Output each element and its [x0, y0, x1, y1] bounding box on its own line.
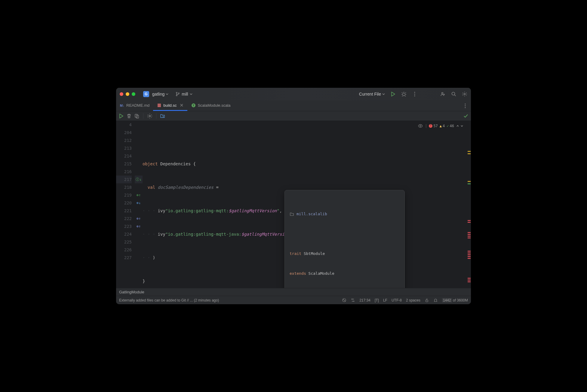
duplicate-icon[interactable] [134, 113, 140, 119]
status-bar: Externally added files can be added to G… [116, 296, 471, 304]
tab-readme[interactable]: M↓ README.md [116, 100, 153, 111]
prev-problem-icon[interactable] [456, 124, 459, 128]
svg-point-20 [149, 115, 151, 117]
stripe-error-mark[interactable] [468, 280, 471, 280]
line-number: 218 [116, 183, 132, 191]
stripe-error-mark[interactable] [468, 258, 471, 259]
stripe-error-mark[interactable] [468, 220, 471, 221]
tab-scalamodule[interactable]: T ScalaModule.scala [187, 100, 234, 111]
maximize-window-button[interactable] [132, 92, 135, 96]
line-number: 204 [116, 129, 132, 136]
line-number: 213 [116, 144, 132, 152]
presentation-off-icon[interactable] [342, 298, 346, 302]
run-config-selector[interactable]: Current File [359, 92, 385, 96]
tab-label: README.md [126, 103, 149, 108]
override-down-marker-icon[interactable]: ⊚↓ [137, 201, 141, 205]
file-encoding[interactable]: UTF-8 [392, 298, 402, 302]
titlebar: G gatling mill Current File [116, 88, 471, 100]
stripe-error-mark[interactable] [468, 232, 471, 233]
tab-label: ScalaModule.scala [198, 103, 230, 108]
inspection-summary[interactable]: | !57 ▲4 ✓46 [418, 122, 464, 130]
tabs-menu[interactable] [459, 100, 471, 111]
project-name: gatling [152, 92, 164, 96]
chevron-down-icon [166, 93, 168, 95]
line-number: 225 [116, 238, 132, 246]
project-selector[interactable]: gatling [152, 92, 168, 96]
indent-setting[interactable]: 2 spaces [406, 298, 420, 302]
editor-tabs: M↓ README.md build.sc T ScalaModule.scal… [116, 100, 471, 111]
error-stripe[interactable] [467, 121, 471, 288]
sync-folder-icon[interactable] [160, 113, 165, 119]
stripe-warning-mark[interactable] [468, 153, 471, 154]
line-number: 220 [116, 199, 132, 207]
stripe-error-mark[interactable] [468, 222, 471, 223]
notifications-icon[interactable] [433, 298, 438, 302]
stripe-warning-mark[interactable] [468, 181, 471, 182]
breadcrumb-item[interactable]: GatlingModule [119, 290, 144, 294]
run-icon[interactable] [390, 91, 396, 97]
tab-build-sc[interactable]: build.sc [153, 100, 187, 111]
minimize-window-button[interactable] [126, 92, 129, 96]
stripe-error-mark[interactable] [468, 281, 471, 282]
next-problem-icon[interactable] [460, 124, 464, 128]
svg-point-9 [464, 93, 466, 95]
stripe-error-mark[interactable] [468, 237, 471, 238]
breadcrumb-bar[interactable]: GatlingModule [116, 288, 471, 296]
line-number: 215 [116, 160, 132, 168]
delete-icon[interactable] [126, 113, 132, 119]
override-up-marker-icon[interactable]: ⊚↑ [137, 193, 141, 197]
svg-point-3 [403, 93, 405, 96]
weak-warnings-count[interactable]: ✓46 [447, 122, 454, 130]
svg-text:T: T [193, 104, 195, 107]
close-tab-icon[interactable] [180, 103, 184, 107]
override-marker-icon[interactable]: ⊚↑ [137, 224, 141, 228]
popup-package-name[interactable]: mill.scalalib [297, 210, 327, 218]
debug-icon[interactable] [401, 91, 407, 97]
error-icon: ! [429, 124, 432, 128]
settings-icon[interactable] [462, 91, 467, 97]
svg-point-16 [465, 105, 466, 106]
stripe-error-mark[interactable] [468, 234, 471, 235]
svg-point-5 [414, 94, 415, 95]
run-config-label: Current File [359, 92, 381, 96]
stripe-error-mark[interactable] [468, 236, 471, 237]
more-actions-icon[interactable] [412, 91, 417, 97]
stripe-error-mark[interactable] [468, 254, 471, 255]
stripe-error-mark[interactable] [468, 251, 471, 252]
toolbar-separator [156, 113, 156, 119]
override-marker-icon[interactable]: ⊚↑ [137, 216, 141, 221]
no-problems-icon[interactable] [463, 113, 469, 119]
sync-icon[interactable] [351, 298, 355, 302]
line-number: 219 [116, 191, 132, 199]
stripe-error-mark[interactable] [468, 278, 471, 279]
line-number: 217 [116, 176, 132, 183]
memory-indicator[interactable]: 1442 of 3600M [442, 298, 468, 302]
implement-marker-icon[interactable]: Ⓘ↓ [136, 177, 141, 182]
stripe-warning-mark[interactable] [468, 151, 471, 152]
code-content[interactable]: | !57 ▲4 ✓46 object Dependencies { val d… [143, 121, 471, 288]
status-message[interactable]: Externally added files can be added to G… [119, 298, 219, 302]
stripe-error-mark[interactable] [468, 253, 471, 253]
run-file-icon[interactable] [118, 113, 124, 119]
trait-icon: T [191, 103, 196, 108]
code-with-me-icon[interactable] [440, 91, 446, 97]
search-icon[interactable] [451, 91, 456, 97]
editor-toolbar [116, 111, 471, 121]
line-ending[interactable]: LF [383, 298, 387, 302]
indent-indicator[interactable]: [T] [375, 298, 379, 302]
errors-count[interactable]: !57 [429, 122, 438, 130]
close-window-button[interactable] [120, 92, 123, 96]
tab-label: build.sc [163, 103, 177, 108]
warnings-count[interactable]: ▲4 [440, 122, 445, 130]
traffic-lights [120, 92, 135, 96]
stripe-error-mark[interactable] [468, 256, 471, 257]
reader-mode-icon[interactable] [418, 123, 423, 129]
svg-point-8 [452, 92, 455, 95]
caret-position[interactable]: 217:34 [359, 298, 370, 302]
editor-area: 4 204 212 213 214 215 216 217 218 219 22… [116, 121, 471, 288]
lock-icon[interactable] [425, 298, 429, 302]
git-branch-selector[interactable]: mill [176, 92, 192, 96]
toolbar-separator [143, 113, 143, 119]
toolbar-settings-icon[interactable] [147, 113, 152, 119]
stripe-ok-mark[interactable] [468, 183, 471, 184]
